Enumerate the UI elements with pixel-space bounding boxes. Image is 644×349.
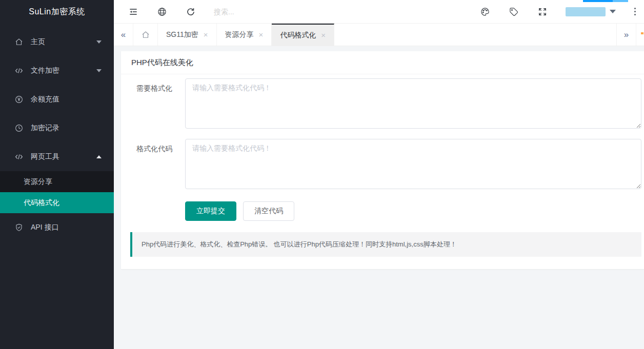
sidebar-item-label: 加密记录 bbox=[31, 124, 59, 133]
info-alert-text: Php代码进行美化、格式化、检查Php错误。 也可以进行Php代码压缩处理！同时… bbox=[142, 240, 457, 248]
card-title: PHP代码在线美化 bbox=[131, 58, 193, 68]
input-code-label: 需要格式化 bbox=[121, 78, 185, 131]
menu-fold-icon[interactable] bbox=[128, 6, 139, 17]
sidebar-item-web-tools[interactable]: 网页工具 bbox=[0, 142, 114, 171]
sidebar-item-label: 文件加密 bbox=[31, 66, 59, 75]
form-row-output: 格式化代码 bbox=[121, 139, 644, 191]
user-dropdown[interactable] bbox=[566, 7, 616, 16]
close-icon[interactable]: × bbox=[321, 31, 326, 39]
app-title: SuLin加密系统 bbox=[0, 0, 114, 24]
sidebar-item-label: API 接口 bbox=[31, 223, 58, 232]
sidebar: SuLin加密系统 主页 文件加密 余额充值 加密记录 bbox=[0, 0, 114, 349]
home-icon bbox=[141, 30, 150, 39]
home-tab[interactable] bbox=[133, 24, 158, 46]
redaction-strip bbox=[583, 0, 628, 2]
sidebar-item-label: 网页工具 bbox=[31, 152, 59, 161]
formatted-code-textarea[interactable] bbox=[185, 139, 641, 189]
tab-code-format[interactable]: 代码格式化 × bbox=[272, 24, 334, 46]
content: PHP代码在线美化 需要格式化 格式化代码 立即提交 清 bbox=[114, 46, 644, 349]
tab-label: 代码格式化 bbox=[280, 31, 316, 40]
php-beautify-card: PHP代码在线美化 需要格式化 格式化代码 立即提交 清 bbox=[121, 51, 644, 269]
tabs-scroll-left-button[interactable]: « bbox=[114, 24, 133, 46]
globe-icon[interactable] bbox=[156, 6, 168, 17]
username-redacted bbox=[566, 7, 606, 16]
kebab-menu-icon[interactable] bbox=[633, 7, 637, 16]
info-alert: Php代码进行美化、格式化、检查Php错误。 也可以进行Php代码压缩处理！同时… bbox=[130, 232, 641, 257]
card-header: PHP代码在线美化 bbox=[121, 51, 644, 74]
sidebar-subitem-label: 代码格式化 bbox=[24, 198, 59, 208]
home-icon bbox=[14, 37, 24, 47]
yuan-icon bbox=[14, 95, 24, 104]
form-row-input: 需要格式化 bbox=[121, 78, 644, 131]
tab-label: SG11加密 bbox=[166, 30, 198, 39]
fullscreen-icon[interactable] bbox=[537, 6, 548, 17]
code-icon bbox=[14, 152, 24, 161]
clear-button[interactable]: 清空代码 bbox=[243, 201, 294, 221]
palette-icon[interactable] bbox=[479, 6, 491, 17]
input-code-textarea[interactable] bbox=[185, 78, 641, 129]
sidebar-item-api[interactable]: API 接口 bbox=[0, 213, 114, 242]
close-icon[interactable]: × bbox=[204, 30, 208, 39]
sidebar-subitem-label: 资源分享 bbox=[24, 177, 52, 187]
sidebar-item-file-encrypt[interactable]: 文件加密 bbox=[0, 56, 114, 85]
button-row: 立即提交 清空代码 bbox=[185, 201, 644, 221]
sidebar-nav: 主页 文件加密 余额充值 加密记录 网页工具 bbox=[0, 28, 114, 242]
chevron-down-icon bbox=[96, 40, 102, 44]
tab-label: 资源分享 bbox=[225, 30, 254, 39]
search-box bbox=[214, 7, 327, 16]
topbar-right-icons bbox=[479, 6, 644, 17]
formatted-code-label: 格式化代码 bbox=[121, 139, 185, 191]
sidebar-item-home[interactable]: 主页 bbox=[0, 28, 114, 56]
sidebar-item-label: 主页 bbox=[31, 37, 45, 47]
clock-icon bbox=[14, 124, 24, 133]
refresh-icon[interactable] bbox=[185, 6, 196, 17]
tab-overflow-fragment bbox=[636, 24, 644, 46]
topbar bbox=[114, 0, 644, 24]
close-icon[interactable]: × bbox=[259, 30, 264, 39]
sidebar-item-recharge[interactable]: 余额充值 bbox=[0, 85, 114, 114]
main-area: « SG11加密 × 资源分享 × 代码格式化 × » PHP代码在线美化 需 bbox=[114, 0, 644, 349]
sidebar-item-records[interactable]: 加密记录 bbox=[0, 114, 114, 142]
tag-icon[interactable] bbox=[508, 6, 519, 17]
code-icon bbox=[14, 66, 24, 75]
chevron-up-icon bbox=[96, 155, 102, 158]
web-tools-submenu: 资源分享 代码格式化 bbox=[0, 171, 114, 213]
topbar-left-icons bbox=[114, 6, 196, 17]
shield-check-icon bbox=[14, 223, 24, 232]
tabbar: « SG11加密 × 资源分享 × 代码格式化 × » bbox=[114, 24, 644, 46]
tabs-scroll-right-button[interactable]: » bbox=[616, 24, 636, 46]
tab-sg11[interactable]: SG11加密 × bbox=[158, 24, 217, 46]
search-input[interactable] bbox=[214, 8, 327, 16]
chevron-down-icon bbox=[96, 69, 102, 72]
chevron-down-icon bbox=[610, 10, 616, 13]
sidebar-subitem-code-format[interactable]: 代码格式化 bbox=[0, 192, 114, 213]
tab-resource-share[interactable]: 资源分享 × bbox=[217, 24, 272, 46]
card-body: 需要格式化 格式化代码 立即提交 清空代码 Php代码进行美化、格 bbox=[121, 74, 644, 269]
sidebar-item-label: 余额充值 bbox=[31, 95, 59, 104]
submit-button[interactable]: 立即提交 bbox=[185, 201, 236, 221]
sidebar-subitem-resource-share[interactable]: 资源分享 bbox=[0, 171, 114, 192]
